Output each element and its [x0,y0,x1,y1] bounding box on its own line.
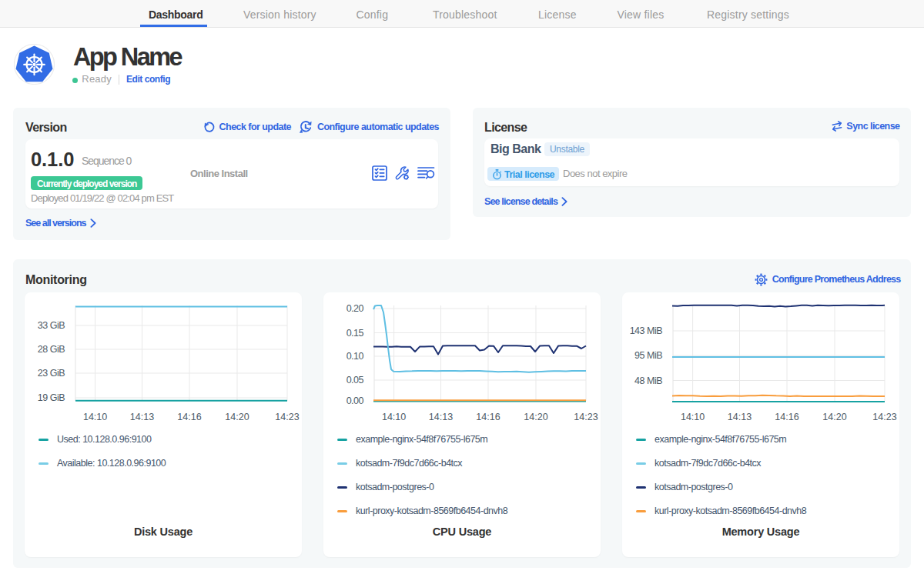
svg-text:0.10: 0.10 [346,351,364,362]
svg-text:48 MiB: 48 MiB [634,375,662,386]
svg-text:14:10: 14:10 [382,412,406,422]
svg-text:14:16: 14:16 [177,412,201,422]
svg-text:14:16: 14:16 [775,412,798,422]
svg-text:19 GiB: 19 GiB [38,392,65,403]
svg-text:0.00: 0.00 [346,395,364,406]
svg-text:0.20: 0.20 [346,303,364,314]
svg-text:14:13: 14:13 [130,412,154,422]
svg-text:14:10: 14:10 [681,412,705,422]
svg-text:14:23: 14:23 [872,412,896,422]
svg-text:28 GiB: 28 GiB [38,344,65,355]
svg-text:14:23: 14:23 [574,412,598,422]
svg-text:0.05: 0.05 [346,375,364,385]
svg-text:14:23: 14:23 [275,412,299,422]
svg-text:143 MiB: 143 MiB [630,325,663,336]
svg-text:23 GiB: 23 GiB [38,368,65,379]
svg-text:14:20: 14:20 [822,412,846,422]
svg-text:14:10: 14:10 [83,412,107,422]
svg-text:0.15: 0.15 [346,328,364,339]
svg-text:14:13: 14:13 [429,412,453,422]
svg-text:14:20: 14:20 [225,412,249,422]
svg-text:95 MiB: 95 MiB [634,350,662,361]
svg-text:14:16: 14:16 [476,412,500,422]
svg-text:14:20: 14:20 [524,412,547,422]
svg-text:33 GiB: 33 GiB [38,320,65,331]
svg-text:14:13: 14:13 [728,412,752,422]
